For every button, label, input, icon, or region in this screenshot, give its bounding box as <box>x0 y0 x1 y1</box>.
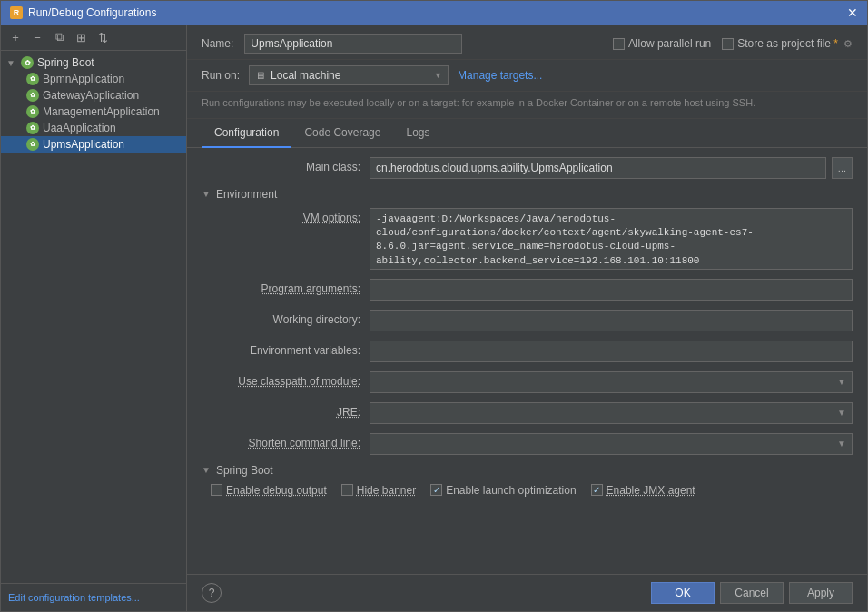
springboot-group[interactable]: ▼ ✿ Spring Boot <box>1 54 186 71</box>
jre-select[interactable]: ▼ <box>370 402 853 424</box>
bottom-left: ? <box>202 583 222 603</box>
program-args-input[interactable] <box>370 279 853 301</box>
sidebar-tree: ▼ ✿ Spring Boot ✿ BpmnApplication ✿ Gate… <box>1 51 186 583</box>
tab-logs[interactable]: Logs <box>393 119 442 148</box>
cancel-button[interactable]: Cancel <box>720 582 784 604</box>
close-button[interactable]: ✕ <box>847 6 858 19</box>
enable-debug-checkbox[interactable] <box>211 484 222 496</box>
title-bar: R Run/Debug Configurations ✕ <box>1 1 867 25</box>
jre-row: JRE: ▼ <box>202 402 853 424</box>
upms-icon: ✿ <box>26 138 39 151</box>
working-dir-field <box>370 310 853 331</box>
working-dir-row: Working directory: <box>202 310 853 331</box>
sidebar-toolbar: + − ⧉ ⊞ ⇅ <box>1 25 186 51</box>
shorten-cmd-label: Shorten command line: <box>202 433 360 449</box>
allow-parallel-checkbox[interactable] <box>613 38 625 50</box>
sidebar-item-management[interactable]: ✿ ManagementApplication <box>1 104 186 120</box>
program-args-row: Program arguments: <box>202 279 853 301</box>
main-class-browse-button[interactable]: ... <box>832 157 853 179</box>
classpath-row: Use classpath of module: ▼ <box>202 371 853 393</box>
run-debug-dialog: R Run/Debug Configurations ✕ + − ⧉ ⊞ ⇅ ▼… <box>0 0 868 612</box>
env-vars-input[interactable] <box>370 341 853 362</box>
help-button[interactable]: ? <box>202 583 222 603</box>
uaa-label: UaaApplication <box>43 122 116 134</box>
springboot-options: Enable debug output Hide banner Enable l… <box>202 484 853 497</box>
springboot-section-header: ▼ Spring Boot <box>202 464 853 477</box>
env-vars-field <box>370 341 853 362</box>
group-chevron: ▼ <box>6 58 17 68</box>
sidebar-item-uaa[interactable]: ✿ UaaApplication <box>1 120 186 136</box>
working-dir-input[interactable] <box>370 310 853 331</box>
sidebar-item-bpmn[interactable]: ✿ BpmnApplication <box>1 71 186 87</box>
hide-banner-checkbox[interactable] <box>341 484 353 496</box>
working-dir-label: Working directory: <box>202 310 360 326</box>
store-project-label: Store as project file * <box>737 37 838 50</box>
store-project-checkbox[interactable] <box>722 38 734 50</box>
apply-button[interactable]: Apply <box>789 582 853 604</box>
edit-templates-link[interactable]: Edit configuration templates... <box>8 592 140 603</box>
enable-jmx-container: Enable JMX agent <box>591 484 695 497</box>
bpmn-label: BpmnApplication <box>43 73 124 85</box>
run-description: Run configurations may be executed local… <box>187 92 867 119</box>
ok-button[interactable]: OK <box>651 582 715 604</box>
enable-debug-container: Enable debug output <box>211 484 327 497</box>
remove-config-button[interactable]: − <box>28 28 46 46</box>
upms-label: UpmsApplication <box>43 138 124 151</box>
vm-options-input[interactable]: -javaagent:D:/Workspaces/Java/herodotus-… <box>370 208 853 270</box>
allow-parallel-label: Allow parallel run <box>628 37 711 50</box>
gateway-icon: ✿ <box>26 89 39 102</box>
enable-launch-checkbox[interactable] <box>430 484 442 496</box>
sidebar-item-gateway[interactable]: ✿ GatewayApplication <box>1 87 186 104</box>
main-content: + − ⧉ ⊞ ⇅ ▼ ✿ Spring Boot ✿ BpmnApplicat… <box>1 25 867 611</box>
enable-launch-label: Enable launch optimization <box>446 484 576 497</box>
shorten-cmd-select[interactable]: ▼ <box>370 433 853 455</box>
allow-parallel-container: Allow parallel run <box>613 37 711 50</box>
right-panel: Name: Allow parallel run Store as projec… <box>187 25 867 611</box>
main-class-input[interactable] <box>370 157 826 179</box>
jre-field: ▼ <box>370 402 853 424</box>
hide-banner-container: Hide banner <box>341 484 416 497</box>
copy-config-button[interactable]: ⧉ <box>50 28 68 46</box>
env-section-arrow[interactable]: ▼ <box>202 189 211 199</box>
enable-jmx-checkbox[interactable] <box>591 484 603 496</box>
main-class-field: ... <box>370 157 853 179</box>
machine-icon: 🖥 <box>255 70 265 81</box>
move-config-button[interactable]: ⊞ <box>72 28 90 46</box>
store-project-gear-icon[interactable]: ⚙ <box>843 38 853 50</box>
springboot-section-title: Spring Boot <box>216 464 273 477</box>
run-on-row: Run on: 🖥 Local machine ▼ Manage targets… <box>187 60 867 92</box>
sort-config-button[interactable]: ⇅ <box>94 28 112 46</box>
name-label: Name: <box>202 37 233 50</box>
tab-code-coverage[interactable]: Code Coverage <box>291 119 393 148</box>
sidebar-item-upms[interactable]: ✿ UpmsApplication <box>1 136 186 153</box>
run-on-select[interactable]: 🖥 Local machine ▼ <box>249 65 449 85</box>
manage-targets-link[interactable]: Manage targets... <box>458 69 542 82</box>
classpath-field: ▼ <box>370 371 853 393</box>
add-config-button[interactable]: + <box>6 28 25 46</box>
management-icon: ✿ <box>26 105 39 118</box>
jre-dropdown-icon: ▼ <box>837 408 846 418</box>
config-body: Main class: ... ▼ Environment VM options… <box>187 148 867 575</box>
tab-configuration[interactable]: Configuration <box>202 119 291 148</box>
name-input[interactable] <box>244 34 462 54</box>
shorten-cmd-dropdown-icon: ▼ <box>837 439 846 449</box>
enable-debug-label: Enable debug output <box>226 484 327 497</box>
environment-section-header: ▼ Environment <box>202 188 853 201</box>
dialog-title: Run/Debug Configurations <box>28 6 156 19</box>
shorten-cmd-field: ▼ <box>370 433 853 455</box>
enable-launch-container: Enable launch optimization <box>430 484 576 497</box>
springboot-section-arrow[interactable]: ▼ <box>202 465 211 475</box>
dropdown-arrow-icon: ▼ <box>434 71 442 80</box>
main-class-label: Main class: <box>202 157 360 173</box>
vm-options-row: VM options: -javaagent:D:/Workspaces/Jav… <box>202 208 853 270</box>
enable-jmx-label: Enable JMX agent <box>607 484 695 497</box>
title-bar-left: R Run/Debug Configurations <box>10 6 156 19</box>
bottom-right: OK Cancel Apply <box>651 582 853 604</box>
store-project-container: Store as project file * ⚙ <box>722 37 853 50</box>
management-label: ManagementApplication <box>43 105 160 118</box>
vm-options-field: -javaagent:D:/Workspaces/Java/herodotus-… <box>370 208 853 270</box>
classpath-select[interactable]: ▼ <box>370 371 853 393</box>
shorten-cmd-row: Shorten command line: ▼ <box>202 433 853 455</box>
program-args-field <box>370 279 853 301</box>
classpath-dropdown-icon: ▼ <box>837 377 846 387</box>
